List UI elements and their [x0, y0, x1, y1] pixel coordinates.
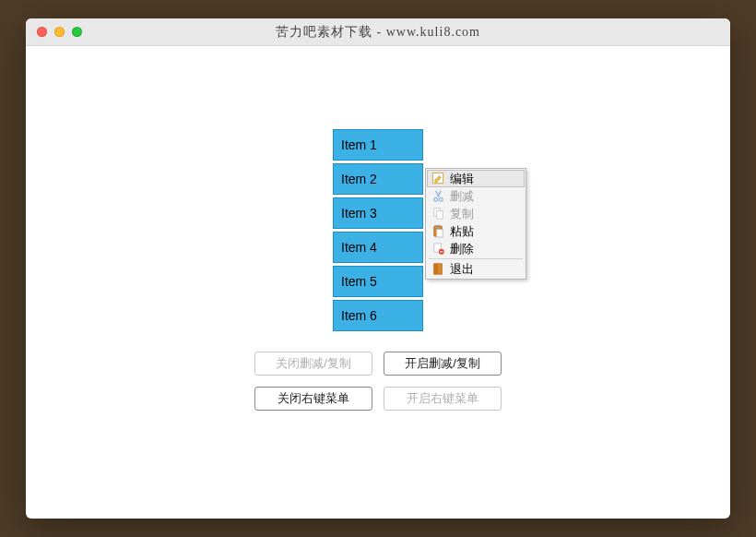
cut-icon [431, 189, 445, 204]
zoom-window-icon[interactable] [72, 27, 82, 37]
menu-paste[interactable]: 粘贴 [427, 222, 525, 240]
svg-rect-4 [436, 211, 443, 219]
window-title: 苦力吧素材下载 - www.kuli8.com [26, 24, 730, 41]
open-context-menu-button: 开启右键菜单 [384, 387, 502, 411]
paste-icon [431, 224, 445, 239]
edit-icon [431, 172, 445, 186]
titlebar: 苦力吧素材下载 - www.kuli8.com [26, 18, 730, 46]
svg-rect-7 [436, 230, 443, 237]
list-item[interactable]: Item 5 [333, 266, 423, 297]
delete-icon [431, 242, 445, 257]
svg-rect-6 [435, 225, 440, 228]
menu-label: 粘贴 [450, 223, 474, 240]
menu-label: 复制 [450, 206, 474, 222]
svg-point-1 [433, 197, 437, 201]
close-cut-copy-button: 关闭删减/复制 [254, 352, 372, 376]
list-item[interactable]: Item 2 [333, 163, 423, 195]
app-window: 苦力吧素材下载 - www.kuli8.com Item 1 Item 2 It… [26, 18, 730, 519]
close-context-menu-button[interactable]: 关闭右键菜单 [254, 387, 372, 411]
svg-rect-10 [440, 251, 443, 252]
menu-delete[interactable]: 删除 [427, 240, 525, 257]
button-row-2: 关闭右键菜单 开启右键菜单 [254, 387, 502, 411]
close-window-icon[interactable] [37, 27, 47, 37]
menu-copy: 复制 [427, 205, 525, 222]
list-item[interactable]: Item 1 [333, 129, 423, 161]
item-list: Item 1 Item 2 Item 3 Item 4 Item 5 Item … [333, 129, 423, 331]
menu-quit[interactable]: 退出 [427, 260, 525, 278]
button-row-1: 关闭删减/复制 开启删减/复制 [254, 352, 502, 376]
svg-point-2 [439, 197, 443, 201]
list-item[interactable]: Item 3 [333, 197, 423, 229]
menu-label: 删减 [450, 188, 474, 205]
window-controls [37, 27, 82, 37]
menu-label: 退出 [450, 261, 474, 278]
menu-edit[interactable]: 编辑 [427, 170, 525, 187]
list-item[interactable]: Item 6 [333, 300, 423, 331]
minimize-window-icon[interactable] [54, 27, 65, 37]
menu-label: 编辑 [450, 171, 474, 187]
menu-cut: 删减 [427, 187, 525, 205]
menu-separator [429, 258, 523, 259]
svg-rect-12 [433, 264, 437, 274]
content-area: Item 1 Item 2 Item 3 Item 4 Item 5 Item … [26, 46, 730, 411]
context-menu: 编辑 删减 复制 粘贴 [425, 168, 526, 280]
copy-icon [431, 207, 445, 221]
list-item[interactable]: Item 4 [333, 232, 423, 263]
open-cut-copy-button[interactable]: 开启删减/复制 [384, 352, 502, 376]
menu-label: 删除 [450, 241, 474, 257]
quit-icon [431, 262, 445, 277]
